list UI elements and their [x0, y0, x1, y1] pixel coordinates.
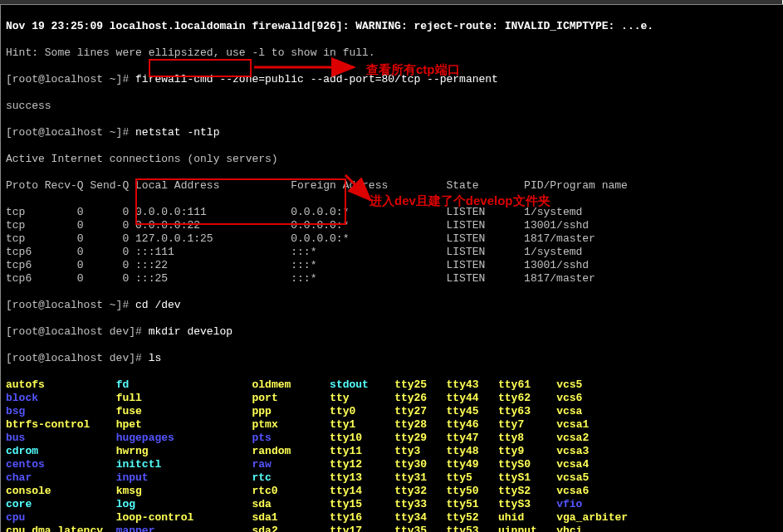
ls-row: char input rtc tty13 tty31 tty5 ttyS1 vc…: [6, 471, 778, 485]
ls-row: autofs fd oldmem stdout tty25 tty43 tty6…: [6, 378, 778, 392]
output-line: success: [6, 100, 778, 113]
ls-row: console kmsg rtc0 tty14 tty32 tty50 ttyS…: [6, 485, 778, 498]
netstat-row: tcp6 0 0 :::22 :::* LISTEN 13001/sshd: [6, 259, 778, 272]
netstat-header: Proto Recv-Q Send-Q Local Address Foreig…: [6, 179, 778, 193]
terminal[interactable]: Nov 19 23:25:09 localhost.localdomain fi…: [0, 4, 783, 532]
netstat-row: tcp 0 0 0.0.0.0:111 0.0.0.0:* LISTEN 1/s…: [6, 206, 778, 219]
netstat-row: tcp 0 0 0.0.0.0:22 0.0.0.0:* LISTEN 1300…: [6, 219, 778, 232]
cmd-line-3: [root@localhost ~]# cd /dev: [6, 299, 778, 312]
cmd-line-2: [root@localhost ~]# netstat -ntlp: [6, 126, 778, 139]
cmd-line-4: [root@localhost dev]# mkdir develop: [6, 325, 778, 339]
ls-row: cpu loop-control sda1 tty16 tty34 tty52 …: [6, 511, 778, 525]
ls-row: centos initctl raw tty12 tty30 tty49 tty…: [6, 458, 778, 471]
ls-row: core log sda tty15 tty33 tty51 ttyS3 vfi…: [6, 498, 778, 511]
hint-line: Hint: Some lines were ellipsized, use -l…: [6, 46, 778, 60]
annotation-text-1: 查看所有ctp端口: [366, 63, 460, 76]
ls-row: cpu_dma_latency mapper sda2 tty17 tty35 …: [6, 525, 778, 532]
ls-row: cdrom hwrng random tty11 tty3 tty48 tty9…: [6, 445, 778, 458]
annotation-text-2: 进入dev且建了个develop文件夹: [369, 194, 551, 207]
ls-row: bus hugepages pts tty10 tty29 tty47 tty8…: [6, 432, 778, 445]
log-line: Nov 19 23:25:09 localhost.localdomain fi…: [6, 20, 778, 33]
ls-row: bsg fuse ppp tty0 tty27 tty45 tty63 vcsa: [6, 405, 778, 418]
netstat-row: tcp6 0 0 :::25 :::* LISTEN 1817/master: [6, 272, 778, 286]
cmd-line-5: [root@localhost dev]# ls: [6, 352, 778, 365]
netstat-row: tcp6 0 0 :::111 :::* LISTEN 1/systemd: [6, 246, 778, 259]
netstat-row: tcp 0 0 127.0.0.1:25 0.0.0.0:* LISTEN 18…: [6, 232, 778, 246]
ls-row: btrfs-control hpet ptmx tty1 tty28 tty46…: [6, 418, 778, 432]
output-header: Active Internet connections (only server…: [6, 153, 778, 166]
ls-row: block full port tty tty26 tty44 tty62 vc…: [6, 392, 778, 405]
